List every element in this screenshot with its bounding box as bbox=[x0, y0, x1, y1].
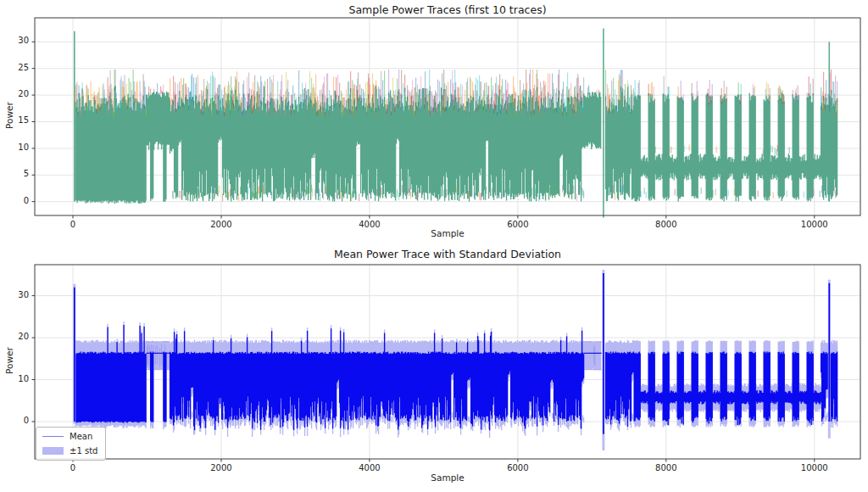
y-tick-label: 20 bbox=[3, 332, 29, 341]
y-tick-label: 5 bbox=[3, 169, 29, 178]
x-tick-label: 0 bbox=[70, 220, 75, 229]
plots-canvas bbox=[0, 0, 868, 492]
std-band-swatch bbox=[42, 447, 64, 455]
y-tick-label: 30 bbox=[3, 290, 29, 299]
x-tick-label: 2000 bbox=[210, 463, 231, 472]
y-tick-label: 25 bbox=[3, 63, 29, 72]
x-tick-label: 6000 bbox=[507, 220, 528, 229]
x-tick-label: 0 bbox=[70, 463, 75, 472]
legend-row-mean: Mean bbox=[42, 431, 97, 442]
y-tick-label: 10 bbox=[3, 143, 29, 152]
y-tick-label: 0 bbox=[3, 196, 29, 205]
y-tick-label: 20 bbox=[3, 89, 29, 98]
legend: Mean ±1 std bbox=[36, 427, 106, 461]
traces-xaxis-label: Sample bbox=[431, 228, 464, 238]
y-tick-label: 15 bbox=[3, 115, 29, 125]
mean-line-swatch bbox=[42, 436, 64, 437]
y-tick-label: 0 bbox=[3, 416, 29, 425]
mean-chart-title: Mean Power Trace with Standard Deviation bbox=[334, 248, 561, 260]
mean-xaxis-label: Sample bbox=[431, 472, 464, 483]
x-tick-label: 8000 bbox=[655, 463, 676, 472]
legend-label-mean: Mean bbox=[70, 432, 92, 441]
x-tick-label: 2000 bbox=[210, 220, 231, 229]
x-tick-label: 6000 bbox=[507, 463, 528, 472]
x-tick-label: 8000 bbox=[655, 220, 676, 229]
x-tick-label: 10000 bbox=[801, 220, 828, 229]
x-tick-label: 4000 bbox=[359, 220, 380, 229]
legend-row-std: ±1 std bbox=[42, 445, 97, 456]
traces-chart-title: Sample Power Traces (first 10 traces) bbox=[348, 3, 546, 16]
x-tick-label: 10000 bbox=[801, 463, 828, 472]
y-tick-label: 30 bbox=[3, 36, 29, 45]
y-tick-label: 10 bbox=[3, 374, 29, 383]
legend-label-std: ±1 std bbox=[70, 446, 97, 456]
x-tick-label: 4000 bbox=[359, 463, 380, 472]
